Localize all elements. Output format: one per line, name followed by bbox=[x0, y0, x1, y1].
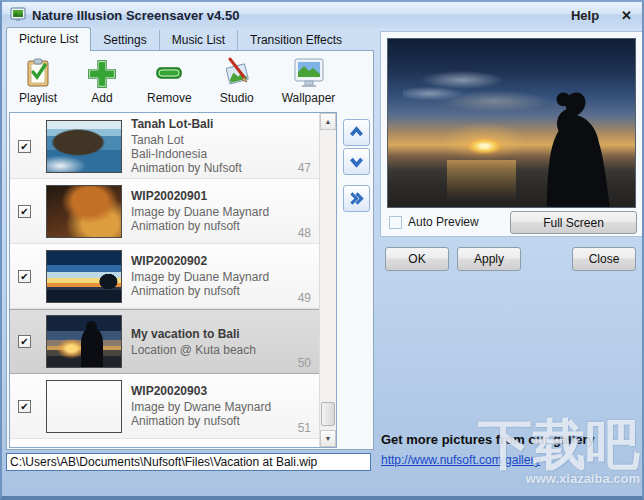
picture-list-page: Playlist Add Remove bbox=[6, 50, 374, 450]
item-detail-line: Image by Duane Maynard bbox=[131, 205, 269, 219]
item-detail-line: Image by Duane Maynard bbox=[131, 270, 269, 284]
item-detail-line: Location @ Kuta beach bbox=[131, 343, 256, 357]
window-title: Nature Illusion Screensaver v4.50 bbox=[32, 8, 239, 23]
scroll-up-icon[interactable]: ▲ bbox=[320, 113, 336, 130]
help-menu[interactable]: Help bbox=[571, 8, 599, 23]
item-title: WIP20020903 bbox=[131, 384, 271, 398]
list-item[interactable]: ✔WIP20020901Image by Duane MaynardAnimat… bbox=[10, 179, 319, 244]
wallpaper-icon bbox=[292, 57, 326, 89]
picture-list-rows: ✔Tanah Lot-BaliTanah LotBali-IndonesiaAn… bbox=[10, 114, 319, 447]
item-meta: WIP20020902Image by Duane MaynardAnimati… bbox=[131, 254, 269, 298]
title-bar: Nature Illusion Screensaver v4.50 Help ✕ bbox=[2, 2, 642, 28]
app-icon bbox=[10, 7, 26, 23]
item-title: WIP20020901 bbox=[131, 189, 269, 203]
item-title: WIP20020902 bbox=[131, 254, 269, 268]
preview-panel: Auto Preview Full Screen bbox=[380, 31, 643, 237]
item-detail-line: Animation by nufsoft bbox=[131, 414, 271, 428]
playlist-button[interactable]: Playlist bbox=[15, 55, 61, 107]
list-item[interactable]: ✔WIP20020903Image by Dwane MaynardAnimat… bbox=[10, 374, 319, 439]
gallery-caption: Get more pictures from our gallery bbox=[381, 432, 595, 447]
sun-reflection bbox=[447, 160, 516, 200]
item-number: 51 bbox=[298, 421, 311, 435]
scroll-down-icon[interactable]: ▼ bbox=[320, 430, 336, 447]
studio-icon bbox=[220, 57, 254, 89]
move-to-end-button[interactable] bbox=[343, 185, 370, 212]
item-thumbnail-silhouette-sunset-beach bbox=[46, 315, 122, 368]
item-thumbnail-green-waterfall bbox=[46, 380, 122, 433]
item-thumbnail-autumn-rocks bbox=[46, 185, 122, 238]
item-meta: WIP20020901Image by Duane MaynardAnimati… bbox=[131, 189, 269, 233]
tab-transition-effects[interactable]: Transition Effects bbox=[238, 30, 354, 51]
item-detail-line: Image by Dwane Maynard bbox=[131, 400, 271, 414]
item-checkbox[interactable]: ✔ bbox=[18, 335, 31, 348]
remove-button[interactable]: Remove bbox=[143, 55, 196, 107]
close-icon[interactable]: ✕ bbox=[621, 8, 632, 23]
tab-music-list[interactable]: Music List bbox=[160, 30, 238, 51]
wallpaper-label: Wallpaper bbox=[282, 91, 336, 105]
watermark-url: www.xiazaiba.com bbox=[478, 472, 640, 486]
item-thumbnail-sea-rock-tanah-lot bbox=[46, 120, 122, 173]
list-item[interactable]: ✔Tanah Lot-BaliTanah LotBali-IndonesiaAn… bbox=[10, 114, 319, 179]
playlist-label: Playlist bbox=[19, 91, 57, 105]
studio-label: Studio bbox=[220, 91, 254, 105]
sun bbox=[460, 135, 509, 157]
close-button[interactable]: Close bbox=[572, 247, 636, 271]
tab-picture-list[interactable]: Picture List bbox=[6, 27, 91, 51]
item-title: My vacation to Bali bbox=[131, 327, 256, 341]
studio-button[interactable]: Studio bbox=[216, 55, 258, 107]
item-detail-line: Animation by Nufsoft bbox=[131, 161, 242, 175]
add-button[interactable]: Add bbox=[81, 55, 123, 107]
playlist-icon bbox=[21, 57, 55, 89]
double-chevron-right-icon bbox=[348, 190, 365, 207]
toolbar: Playlist Add Remove bbox=[11, 55, 339, 107]
scrollbar-thumb[interactable] bbox=[321, 402, 335, 426]
item-checkbox[interactable]: ✔ bbox=[18, 400, 31, 413]
picture-list: ✔Tanah Lot-BaliTanah LotBali-IndonesiaAn… bbox=[9, 112, 337, 448]
item-detail-line: Tanah Lot bbox=[131, 133, 242, 147]
chevron-up-icon bbox=[348, 124, 365, 141]
tab-strip: Picture List Settings Music List Transit… bbox=[6, 29, 354, 51]
auto-preview-label: Auto Preview bbox=[408, 215, 479, 229]
gallery-link[interactable]: http://www.nufsoft.com/gallery bbox=[381, 453, 540, 467]
list-item[interactable]: ✔My vacation to BaliLocation @ Kuta beac… bbox=[10, 309, 319, 374]
item-detail-line: Animation by nufsoft bbox=[131, 284, 269, 298]
item-checkbox[interactable]: ✔ bbox=[18, 140, 31, 153]
add-icon bbox=[85, 57, 119, 89]
playlist-path-input[interactable] bbox=[6, 453, 371, 471]
wallpaper-button[interactable]: Wallpaper bbox=[278, 55, 340, 107]
chevron-down-icon bbox=[348, 153, 365, 170]
item-number: 47 bbox=[298, 161, 311, 175]
move-down-button[interactable] bbox=[343, 148, 370, 175]
item-meta: My vacation to BaliLocation @ Kuta beach bbox=[131, 327, 256, 357]
full-screen-button[interactable]: Full Screen bbox=[510, 211, 637, 234]
item-detail-line: Animation by nufsoft bbox=[131, 219, 269, 233]
item-detail-line: Bali-Indonesia bbox=[131, 147, 242, 161]
tab-settings[interactable]: Settings bbox=[91, 30, 159, 51]
item-title: Tanah Lot-Bali bbox=[131, 117, 242, 131]
apply-button[interactable]: Apply bbox=[457, 247, 521, 271]
item-thumbnail-sunset-lake-reflection bbox=[46, 250, 122, 303]
item-number: 49 bbox=[298, 291, 311, 305]
item-meta: WIP20020903Image by Dwane MaynardAnimati… bbox=[131, 384, 271, 428]
list-item[interactable]: ✔WIP20020902Image by Duane MaynardAnimat… bbox=[10, 244, 319, 309]
auto-preview-checkbox[interactable] bbox=[389, 216, 402, 229]
silhouette-figure bbox=[519, 59, 618, 207]
add-label: Add bbox=[91, 91, 112, 105]
app-window: Nature Illusion Screensaver v4.50 Help ✕… bbox=[0, 0, 644, 500]
move-up-button[interactable] bbox=[343, 119, 370, 146]
preview-image bbox=[387, 38, 636, 208]
item-checkbox[interactable]: ✔ bbox=[18, 205, 31, 218]
ok-button[interactable]: OK bbox=[385, 247, 449, 271]
item-number: 48 bbox=[298, 226, 311, 240]
remove-label: Remove bbox=[147, 91, 192, 105]
item-checkbox[interactable]: ✔ bbox=[18, 270, 31, 283]
item-meta: Tanah Lot-BaliTanah LotBali-IndonesiaAni… bbox=[131, 117, 242, 175]
item-number: 50 bbox=[298, 356, 311, 370]
list-scrollbar[interactable]: ▲ ▼ bbox=[319, 113, 336, 447]
remove-icon bbox=[152, 57, 186, 89]
gallery-promo: Get more pictures from our gallery http:… bbox=[381, 432, 595, 468]
